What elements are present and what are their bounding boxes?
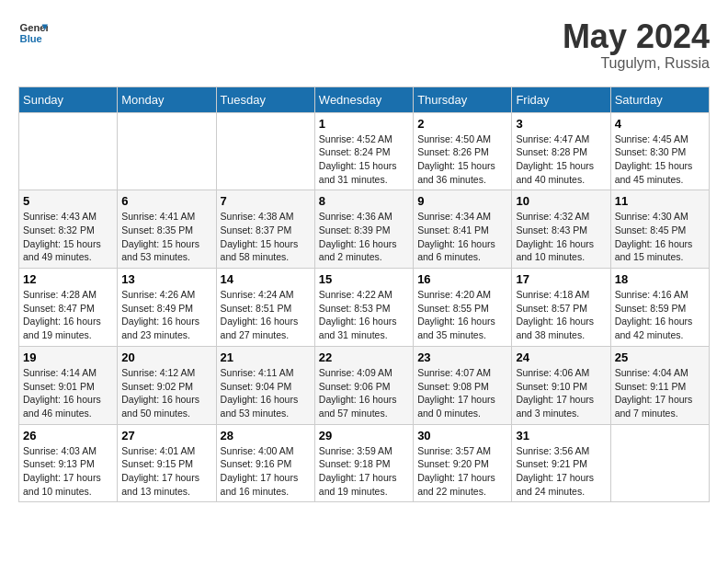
calendar-cell: 29Sunrise: 3:59 AM Sunset: 9:18 PM Dayli… [314,424,413,502]
day-number: 2 [417,117,507,131]
day-detail: Sunrise: 4:14 AM Sunset: 9:01 PM Dayligh… [23,366,113,420]
title-block: May 2024 Tugulym, Russia [563,18,710,72]
logo: General Blue [18,18,48,48]
weekday-monday: Monday [118,86,216,112]
weekday-header-row: SundayMondayTuesdayWednesdayThursdayFrid… [19,86,710,112]
day-detail: Sunrise: 4:47 AM Sunset: 8:28 PM Dayligh… [516,132,606,187]
day-number: 27 [121,429,211,442]
calendar-table: SundayMondayTuesdayWednesdayThursdayFrid… [18,86,710,503]
calendar-cell: 11Sunrise: 4:30 AM Sunset: 8:45 PM Dayli… [610,190,709,269]
calendar-cell: 5Sunrise: 4:43 AM Sunset: 8:32 PM Daylig… [19,190,118,269]
calendar-cell: 20Sunrise: 4:12 AM Sunset: 9:02 PM Dayli… [118,346,216,424]
calendar-cell: 26Sunrise: 4:03 AM Sunset: 9:13 PM Dayli… [19,424,118,502]
day-detail: Sunrise: 3:59 AM Sunset: 9:18 PM Dayligh… [319,444,409,499]
day-detail: Sunrise: 4:04 AM Sunset: 9:11 PM Dayligh… [615,366,705,420]
day-number: 20 [121,350,211,364]
calendar-cell: 19Sunrise: 4:14 AM Sunset: 9:01 PM Dayli… [19,346,118,424]
logo-icon: General Blue [18,18,48,48]
day-detail: Sunrise: 4:11 AM Sunset: 9:04 PM Dayligh… [221,366,311,420]
month-title: May 2024 [563,18,710,55]
weekday-tuesday: Tuesday [216,86,314,112]
day-number: 9 [417,194,507,208]
day-detail: Sunrise: 4:24 AM Sunset: 8:51 PM Dayligh… [221,288,311,342]
day-detail: Sunrise: 4:12 AM Sunset: 9:02 PM Dayligh… [121,366,211,420]
location: Tugulym, Russia [563,55,710,72]
calendar-cell: 28Sunrise: 4:00 AM Sunset: 9:16 PM Dayli… [216,424,314,502]
day-detail: Sunrise: 4:41 AM Sunset: 8:35 PM Dayligh… [121,210,211,264]
day-detail: Sunrise: 4:03 AM Sunset: 9:13 PM Dayligh… [23,444,113,499]
day-number: 23 [417,350,507,364]
day-number: 17 [516,272,606,286]
calendar-cell: 8Sunrise: 4:36 AM Sunset: 8:39 PM Daylig… [314,190,413,269]
day-number: 6 [121,194,211,208]
day-detail: Sunrise: 4:20 AM Sunset: 8:55 PM Dayligh… [417,288,507,342]
calendar-cell: 9Sunrise: 4:34 AM Sunset: 8:41 PM Daylig… [414,190,512,269]
calendar-cell: 30Sunrise: 3:57 AM Sunset: 9:20 PM Dayli… [414,424,512,502]
day-number: 11 [615,194,705,208]
day-detail: Sunrise: 4:43 AM Sunset: 8:32 PM Dayligh… [23,210,113,264]
calendar-cell [216,112,314,190]
day-detail: Sunrise: 4:07 AM Sunset: 9:08 PM Dayligh… [417,366,507,420]
day-number: 14 [221,272,311,286]
svg-text:Blue: Blue [20,33,42,44]
calendar-cell: 10Sunrise: 4:32 AM Sunset: 8:43 PM Dayli… [512,190,610,269]
day-detail: Sunrise: 4:01 AM Sunset: 9:15 PM Dayligh… [121,444,211,499]
day-detail: Sunrise: 4:32 AM Sunset: 8:43 PM Dayligh… [516,210,606,264]
day-number: 1 [319,117,409,131]
calendar-cell: 7Sunrise: 4:38 AM Sunset: 8:37 PM Daylig… [216,190,314,269]
calendar-cell: 25Sunrise: 4:04 AM Sunset: 9:11 PM Dayli… [610,346,709,424]
page-header: General Blue May 2024 Tugulym, Russia [18,18,710,72]
day-number: 16 [417,272,507,286]
day-detail: Sunrise: 4:09 AM Sunset: 9:06 PM Dayligh… [319,366,409,420]
day-number: 12 [23,272,113,286]
calendar-cell [610,424,709,502]
day-number: 30 [417,429,507,442]
day-number: 4 [615,117,705,131]
calendar-cell: 1Sunrise: 4:52 AM Sunset: 8:24 PM Daylig… [314,112,413,190]
day-number: 29 [319,429,409,442]
calendar-cell: 6Sunrise: 4:41 AM Sunset: 8:35 PM Daylig… [118,190,216,269]
day-number: 3 [516,117,606,131]
day-detail: Sunrise: 4:26 AM Sunset: 8:49 PM Dayligh… [121,288,211,342]
week-row-1: 1Sunrise: 4:52 AM Sunset: 8:24 PM Daylig… [19,112,710,190]
day-detail: Sunrise: 4:18 AM Sunset: 8:57 PM Dayligh… [516,288,606,342]
calendar-cell: 23Sunrise: 4:07 AM Sunset: 9:08 PM Dayli… [414,346,512,424]
calendar-cell: 15Sunrise: 4:22 AM Sunset: 8:53 PM Dayli… [314,269,413,347]
day-detail: Sunrise: 3:57 AM Sunset: 9:20 PM Dayligh… [417,444,507,499]
weekday-friday: Friday [512,86,610,112]
svg-text:General: General [20,22,48,33]
day-number: 7 [221,194,311,208]
day-number: 10 [516,194,606,208]
calendar-cell: 31Sunrise: 3:56 AM Sunset: 9:21 PM Dayli… [512,424,610,502]
day-number: 31 [516,429,606,442]
day-number: 13 [121,272,211,286]
day-detail: Sunrise: 4:50 AM Sunset: 8:26 PM Dayligh… [417,132,507,187]
calendar-cell: 13Sunrise: 4:26 AM Sunset: 8:49 PM Dayli… [118,269,216,347]
calendar-cell: 22Sunrise: 4:09 AM Sunset: 9:06 PM Dayli… [314,346,413,424]
day-detail: Sunrise: 4:52 AM Sunset: 8:24 PM Dayligh… [319,132,409,187]
day-detail: Sunrise: 4:06 AM Sunset: 9:10 PM Dayligh… [516,366,606,420]
calendar-cell: 17Sunrise: 4:18 AM Sunset: 8:57 PM Dayli… [512,269,610,347]
day-detail: Sunrise: 4:22 AM Sunset: 8:53 PM Dayligh… [319,288,409,342]
day-number: 19 [23,350,113,364]
weekday-saturday: Saturday [610,86,709,112]
day-number: 21 [221,350,311,364]
week-row-4: 19Sunrise: 4:14 AM Sunset: 9:01 PM Dayli… [19,346,710,424]
day-detail: Sunrise: 4:16 AM Sunset: 8:59 PM Dayligh… [615,288,705,342]
day-number: 28 [221,429,311,442]
day-number: 25 [615,350,705,364]
week-row-5: 26Sunrise: 4:03 AM Sunset: 9:13 PM Dayli… [19,424,710,502]
day-number: 24 [516,350,606,364]
calendar-cell: 4Sunrise: 4:45 AM Sunset: 8:30 PM Daylig… [610,112,709,190]
day-detail: Sunrise: 4:30 AM Sunset: 8:45 PM Dayligh… [615,210,705,264]
day-detail: Sunrise: 4:28 AM Sunset: 8:47 PM Dayligh… [23,288,113,342]
calendar-cell: 14Sunrise: 4:24 AM Sunset: 8:51 PM Dayli… [216,269,314,347]
calendar-cell: 21Sunrise: 4:11 AM Sunset: 9:04 PM Dayli… [216,346,314,424]
calendar-cell: 18Sunrise: 4:16 AM Sunset: 8:59 PM Dayli… [610,269,709,347]
calendar-cell: 12Sunrise: 4:28 AM Sunset: 8:47 PM Dayli… [19,269,118,347]
calendar-cell: 27Sunrise: 4:01 AM Sunset: 9:15 PM Dayli… [118,424,216,502]
day-number: 5 [23,194,113,208]
day-number: 15 [319,272,409,286]
calendar-cell: 16Sunrise: 4:20 AM Sunset: 8:55 PM Dayli… [414,269,512,347]
weekday-wednesday: Wednesday [314,86,413,112]
